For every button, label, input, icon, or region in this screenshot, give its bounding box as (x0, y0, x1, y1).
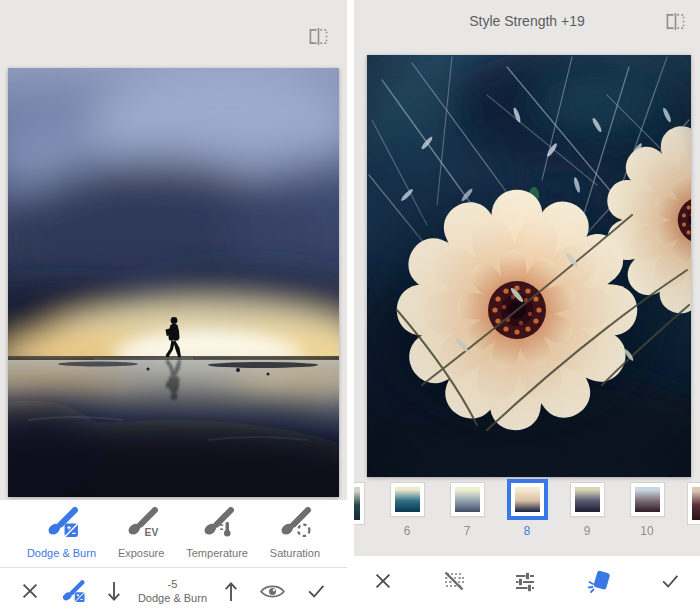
adjustment-value: -5 (138, 577, 207, 591)
compare-icon (664, 19, 687, 34)
panel-dodge-burn-screen: Dodge & Burn EV Exposure (0, 0, 347, 614)
style-brush-button[interactable] (581, 564, 615, 598)
temperature-brush-icon (199, 507, 236, 541)
style-thumbnail-10[interactable]: 10 (627, 483, 668, 547)
brush-tools-row: Dodge & Burn EV Exposure (0, 500, 347, 567)
style-swatch[interactable] (571, 483, 604, 516)
style-swatch[interactable] (391, 483, 424, 516)
close-button[interactable] (15, 576, 45, 606)
active-brush-button[interactable] (55, 576, 90, 607)
style-number: 9 (584, 524, 591, 538)
close-button[interactable] (368, 566, 398, 596)
style-swatch[interactable] (631, 483, 664, 516)
style-thumbnail-7[interactable]: 7 (447, 483, 488, 547)
compare-icon (307, 34, 330, 49)
right-photo-area: Style Strength +19 (354, 0, 700, 556)
style-swatch[interactable] (511, 483, 544, 516)
style-number: 6 (404, 524, 411, 538)
tool-saturation[interactable]: Saturation (268, 507, 322, 559)
tool-label: Dodge & Burn (27, 547, 96, 559)
grain-off-button[interactable] (438, 565, 470, 597)
style-thumbnail-strip: 6 7 8 9 10 (354, 483, 700, 547)
edited-photo-beach-silhouette[interactable] (8, 68, 339, 497)
tool-temperature[interactable]: Temperature (184, 507, 250, 559)
panel-gap (347, 0, 354, 614)
style-thumbnail-partial-left[interactable] (354, 483, 364, 524)
style-thumbnail-6[interactable]: 6 (387, 483, 428, 547)
style-thumbnail-partial-right[interactable] (688, 483, 700, 524)
page-title: Style Strength +19 (354, 13, 700, 29)
tool-label: Exposure (118, 547, 164, 559)
right-action-bar (354, 556, 700, 614)
tune-button[interactable] (509, 565, 541, 597)
style-swatch[interactable] (451, 483, 484, 516)
tool-exposure[interactable]: EV Exposure (116, 507, 166, 559)
left-action-bar: -5 Dodge & Burn (0, 568, 347, 614)
apply-button[interactable] (654, 566, 686, 596)
dodge-burn-brush-icon (43, 507, 80, 541)
style-number: 8 (524, 524, 531, 538)
style-thumbnail-9[interactable]: 9 (567, 483, 608, 547)
decrease-value-button[interactable] (100, 575, 128, 608)
adjustment-tool-name: Dodge & Burn (138, 591, 207, 605)
style-number: 10 (640, 524, 653, 538)
tool-dodge-burn[interactable]: Dodge & Burn (25, 507, 98, 559)
apply-button[interactable] (300, 576, 332, 606)
increase-value-button[interactable] (217, 575, 245, 608)
svg-text:EV: EV (144, 527, 158, 538)
exposure-brush-icon: EV (123, 507, 160, 541)
tool-label: Temperature (186, 547, 248, 559)
compare-before-after-button[interactable] (660, 8, 691, 38)
panel-style-strength-screen: Style Strength +19 (354, 0, 700, 614)
style-number: 7 (464, 524, 471, 538)
left-photo-area (0, 0, 347, 500)
photo-editor-comparison: Dodge & Burn EV Exposure (0, 0, 700, 614)
style-thumbnail-8-selected[interactable]: 8 (507, 483, 548, 547)
styled-photo-flower[interactable] (367, 55, 691, 477)
compare-before-after-button[interactable] (303, 23, 334, 53)
saturation-brush-icon (276, 507, 313, 541)
adjustment-readout: -5 Dodge & Burn (138, 577, 207, 606)
tool-label: Saturation (270, 547, 320, 559)
preview-original-button[interactable] (255, 578, 290, 605)
